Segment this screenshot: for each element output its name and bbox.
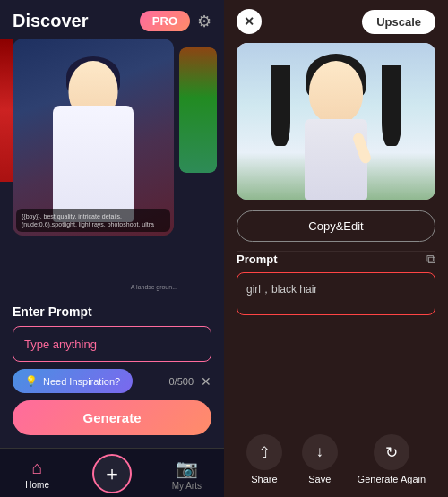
nav-item-my-arts[interactable]: 📷 My Arts <box>150 458 224 491</box>
generate-button[interactable]: Generate <box>13 400 211 435</box>
right-panel: ✕ Upscale Copy&Edit Prompt ⧉ <box>224 0 448 497</box>
refresh-icon: ↻ <box>385 443 398 462</box>
home-label: Home <box>25 480 49 490</box>
inspiration-button[interactable]: 💡 Need Inspiration? <box>13 369 133 393</box>
header-right: PRO ⚙ <box>140 11 211 31</box>
right-bottom-actions: ⇧ Share ↓ Save ↻ Generate Again <box>224 425 448 497</box>
generate-again-button[interactable]: ↻ Generate Again <box>358 434 426 484</box>
copy-edit-button[interactable]: Copy&Edit <box>237 210 435 242</box>
close-button[interactable]: ✕ <box>237 9 262 34</box>
prompt-input[interactable]: Type anything <box>24 338 97 351</box>
girl-hand <box>351 132 372 165</box>
inspiration-label: Need Inspiration? <box>43 376 120 387</box>
page-title: Discover <box>13 11 89 31</box>
prompt-text-box[interactable]: girl，black hair <box>237 272 435 315</box>
image-prompt-overlay: {{boy}}, best quality, intricate details… <box>16 209 170 232</box>
copy-icon[interactable]: ⧉ <box>426 252 435 267</box>
save-button[interactable]: ↓ Save <box>302 434 338 484</box>
girl-hair-left <box>271 65 290 146</box>
image-prompt-text: {{boy}}, best quality, intricate details… <box>22 213 154 227</box>
share-label: Share <box>251 474 277 484</box>
pro-button[interactable]: PRO <box>140 11 190 31</box>
boy-body <box>53 106 134 222</box>
watermark-text: A landsc groun... <box>131 284 177 290</box>
char-count: 0/500 <box>168 376 194 387</box>
share-button[interactable]: ⇧ Share <box>246 434 282 484</box>
prompt-section: Prompt ⧉ girl，black hair <box>224 252 448 315</box>
prompt-text-content: girl，black hair <box>246 283 317 296</box>
share-icon: ⇧ <box>258 443 271 462</box>
generate-again-icon-circle: ↻ <box>374 434 409 470</box>
enter-prompt-label: Enter Prompt <box>13 304 211 319</box>
bottom-nav: ⌂ Home ＋ 📷 My Arts <box>0 448 224 497</box>
create-button[interactable]: ＋ <box>92 454 132 493</box>
my-arts-label: My Arts <box>172 481 202 491</box>
share-icon-circle: ⇧ <box>246 434 282 470</box>
main-image: {{boy}}, best quality, intricate details… <box>13 39 174 236</box>
lightbulb-icon: 💡 <box>25 375 38 387</box>
nav-item-home[interactable]: ⌂ Home <box>0 458 74 490</box>
left-image-area: {{boy}}, best quality, intricate details… <box>0 39 224 296</box>
save-icon: ↓ <box>316 443 324 461</box>
upscale-button[interactable]: Upscale <box>362 10 435 34</box>
main-image-card[interactable]: {{boy}}, best quality, intricate details… <box>13 39 174 236</box>
generate-again-label: Generate Again <box>358 474 426 484</box>
enter-prompt-section: Enter Prompt Type anything 💡 Need Inspir… <box>0 296 224 448</box>
girl-hair-right <box>382 65 401 146</box>
save-label: Save <box>308 474 331 484</box>
prompt-input-wrapper[interactable]: Type anything <box>13 326 211 362</box>
anime-girl-figure <box>287 61 385 200</box>
clear-button[interactable]: ✕ <box>201 374 211 389</box>
generated-image <box>237 43 435 200</box>
add-btn-container: ＋ <box>74 454 149 493</box>
side-card-right <box>179 47 217 173</box>
side-image <box>179 47 217 173</box>
left-panel: Discover PRO ⚙ {{boy}}, best quality, in… <box>0 0 224 497</box>
girl-head <box>309 61 363 124</box>
side-card-left <box>0 39 13 182</box>
anime-boy-figure <box>35 52 151 222</box>
left-header: Discover PRO ⚙ <box>0 0 224 39</box>
bottom-actions: 💡 Need Inspiration? 0/500 ✕ <box>13 369 211 393</box>
anime-girl-scene <box>237 43 435 200</box>
gear-icon[interactable]: ⚙ <box>197 12 211 31</box>
camera-icon: 📷 <box>176 458 198 479</box>
home-icon: ⌂ <box>32 458 43 478</box>
right-header: ✕ Upscale <box>224 0 448 43</box>
save-icon-circle: ↓ <box>302 434 338 470</box>
right-image-area <box>224 43 448 200</box>
girl-body <box>305 119 367 200</box>
prompt-section-header: Prompt ⧉ <box>237 252 435 267</box>
prompt-section-label: Prompt <box>237 253 278 266</box>
